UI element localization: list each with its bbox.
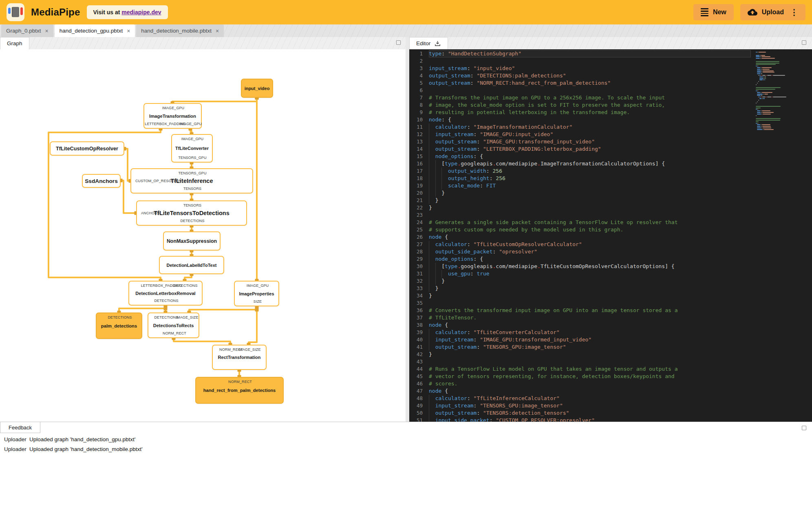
code-line-48[interactable]: 48calculator: "TfLiteInferenceCalculator… — [409, 395, 812, 402]
code-line-13[interactable]: 13output_stream: "IMAGE_GPU:transformed_… — [409, 138, 812, 145]
code-line-50[interactable]: 50output_stream: "TENSORS:detection_tens… — [409, 409, 812, 417]
feedback-message: Uploaded graph 'hand_detection_mobile.pb… — [29, 446, 143, 452]
code-line-8[interactable]: 8# image, the scale_mode option is set t… — [409, 101, 812, 109]
close-tab-icon[interactable]: × — [45, 28, 49, 34]
graph-node-RectTransformation[interactable]: RectTransformationNORM_RECTIMAGE_SIZE — [212, 345, 267, 370]
visit-us-text: Visit us at — [93, 9, 122, 15]
close-tab-icon[interactable]: × — [127, 28, 130, 34]
line-content: node_options: { — [429, 255, 751, 263]
code-line-10[interactable]: 10node: { — [409, 116, 812, 123]
code-line-26[interactable]: 26node { — [409, 233, 812, 241]
graph-expand-panel-icon[interactable] — [396, 40, 401, 45]
code-line-44[interactable]: 44# Runs a TensorFlow Lite model on GPU … — [409, 365, 812, 373]
code-line-31[interactable]: 31use_gpu: true — [409, 270, 812, 277]
line-number: 21 — [409, 197, 429, 204]
file-tab-Graph_0.pbtxt[interactable]: Graph_0.pbtxt× — [1, 24, 53, 37]
code-line-7[interactable]: 7# Transforms the input image on GPU to … — [409, 94, 812, 101]
close-tab-icon[interactable]: × — [216, 28, 219, 34]
code-line-41[interactable]: 41output_stream: "TENSORS_GPU:image_tens… — [409, 343, 812, 351]
mediapipe-dev-link[interactable]: mediapipe.dev — [121, 9, 161, 15]
code-line-1[interactable]: 1type: "HandDetectionSubgraph" — [409, 50, 812, 57]
code-line-40[interactable]: 40input_stream: "IMAGE_GPU:transformed_i… — [409, 336, 812, 343]
code-line-47[interactable]: 47node { — [409, 387, 812, 395]
code-editor[interactable]: 1type: "HandDetectionSubgraph"23input_st… — [409, 49, 812, 422]
new-button[interactable]: New — [693, 4, 734, 20]
code-line-16[interactable]: 16[type.googleapis.com/mediapipe.ImageTr… — [409, 160, 812, 167]
code-line-3[interactable]: 3input_stream: "input_video" — [409, 65, 812, 72]
graph-node-TfLiteTensorsToDetections[interactable]: TfLiteTensorsToDetectionsTENSORSDETECTIO… — [136, 200, 247, 226]
file-tab-hand_detection_gpu.pbtxt[interactable]: hand_detection_gpu.pbtxt× — [55, 24, 135, 37]
code-line-11[interactable]: 11calculator: "ImageTransformationCalcul… — [409, 123, 812, 131]
line-number: 28 — [409, 248, 429, 255]
code-line-46[interactable]: 46# scores. — [409, 380, 812, 387]
code-line-12[interactable]: 12input_stream: "IMAGE_GPU:input_video" — [409, 131, 812, 138]
graph-node-TfLiteConverter[interactable]: TfLiteConverterIMAGE_GPUTENSORS_GPU — [171, 134, 213, 163]
code-line-45[interactable]: 45# vector of tensors representing, for … — [409, 373, 812, 380]
code-line-27[interactable]: 27calculator: "TfLiteCustomOpResolverCal… — [409, 241, 812, 248]
line-number: 18 — [409, 175, 429, 182]
graph-canvas[interactable]: input_videoImageTransformationIMAGE_GPUL… — [0, 49, 406, 422]
editor-expand-panel-icon[interactable] — [802, 40, 806, 45]
code-line-29[interactable]: 29node_options: { — [409, 255, 812, 263]
code-line-42[interactable]: 42} — [409, 351, 812, 358]
graph-node-ImageProperties[interactable]: ImagePropertiesIMAGE_GPUSIZE — [234, 281, 279, 306]
code-line-51[interactable]: 51input_side_packet: "CUSTOM_OP_RESOLVER… — [409, 417, 812, 422]
code-line-15[interactable]: 15node_options: { — [409, 153, 812, 160]
code-line-39[interactable]: 39calculator: "TfLiteConverterCalculator… — [409, 329, 812, 336]
graph-node-DetectionLetterboxRemoval[interactable]: DetectionLetterboxRemovalLETTERBOX_PADDI… — [128, 281, 203, 306]
file-tab-hand_detection_mobile.pbtxt[interactable]: hand_detection_mobile.pbtxt× — [136, 24, 224, 37]
code-line-20[interactable]: 20} — [409, 189, 812, 197]
code-line-25[interactable]: 25# supports custom ops needed by the mo… — [409, 226, 812, 233]
line-number: 4 — [409, 72, 429, 79]
code-line-5[interactable]: 5output_stream: "NORM_RECT:hand_rect_fro… — [409, 79, 812, 87]
code-line-32[interactable]: 32} — [409, 277, 812, 285]
port-label-IMAGE_SIZE: IMAGE_SIZE — [176, 315, 198, 319]
code-line-37[interactable]: 37# TfLiteTensor. — [409, 314, 812, 321]
line-number: 1 — [409, 50, 429, 57]
code-line-43[interactable]: 43 — [409, 358, 812, 365]
code-line-19[interactable]: 19scale_mode: FIT — [409, 182, 812, 189]
code-line-4[interactable]: 4output_stream: "DETECTIONS:palm_detecti… — [409, 72, 812, 79]
editor-minimap[interactable] — [756, 52, 795, 131]
code-line-34[interactable]: 34} — [409, 292, 812, 299]
code-line-30[interactable]: 30[type.googleapis.com/mediapipe.TfLiteC… — [409, 263, 812, 270]
line-content — [429, 57, 751, 65]
graph-node-DetectionsToRects[interactable]: DetectionsToRectsDETECTIONSIMAGE_SIZENOR… — [148, 312, 199, 338]
editor-tab[interactable]: Editor — [409, 37, 448, 49]
graph-node-palm_detections[interactable]: palm_detectionsDETECTIONS — [96, 312, 142, 339]
code-line-36[interactable]: 36# Converts the transformed input image… — [409, 307, 812, 314]
download-icon[interactable] — [434, 40, 441, 47]
graph-node-ImageTransformation[interactable]: ImageTransformationIMAGE_GPULETTERBOX_PA… — [143, 103, 202, 129]
code-line-24[interactable]: 24# Generates a single side packet conta… — [409, 219, 812, 226]
code-line-6[interactable]: 6 — [409, 87, 812, 94]
code-line-17[interactable]: 17output_width: 256 — [409, 167, 812, 175]
code-line-22[interactable]: 22} — [409, 204, 812, 211]
code-line-35[interactable]: 35 — [409, 299, 812, 307]
code-line-14[interactable]: 14output_stream: "LETTERBOX_PADDING:lett… — [409, 145, 812, 153]
code-line-23[interactable]: 23 — [409, 211, 812, 219]
line-content: # resulting in potential letterboxing in… — [429, 109, 751, 116]
upload-button[interactable]: Upload ⋮ — [740, 4, 805, 20]
graph-tab[interactable]: Graph — [0, 37, 29, 49]
graph-node-hand_rect_from_palm_detections[interactable]: hand_rect_from_palm_detectionsNORM_RECT — [195, 377, 284, 404]
code-line-49[interactable]: 49input_stream: "TENSORS_GPU:image_tenso… — [409, 402, 812, 409]
graph-node-NonMaxSuppression[interactable]: NonMaxSuppression — [163, 231, 221, 251]
port-label-TENSORS_GPU: TENSORS_GPU — [178, 156, 206, 160]
code-line-28[interactable]: 28output_side_packet: "opresolver" — [409, 248, 812, 255]
code-line-21[interactable]: 21} — [409, 197, 812, 204]
port-label-IMAGE_GPU: IMAGE_GPU — [162, 106, 184, 110]
port-label-IMAGE_GPU: IMAGE_GPU — [180, 122, 202, 126]
graph-node-input_video[interactable]: input_video — [241, 79, 273, 98]
graph-node-DetectionLabelIdToText[interactable]: DetectionLabelIdToText — [159, 256, 224, 274]
code-line-33[interactable]: 33} — [409, 285, 812, 292]
graph-node-TfLiteCustomOpResolver[interactable]: TfLiteCustomOpResolver — [50, 141, 124, 156]
feedback-tab[interactable]: Feedback — [0, 422, 40, 433]
code-line-2[interactable]: 2 — [409, 57, 812, 65]
code-line-38[interactable]: 38node { — [409, 321, 812, 329]
code-line-9[interactable]: 9# resulting in potential letterboxing i… — [409, 109, 812, 116]
feedback-expand-panel-icon[interactable] — [802, 426, 806, 430]
graph-node-SsdAnchors[interactable]: SsdAnchors — [82, 174, 121, 188]
graph-node-TfLiteInference[interactable]: TfLiteInferenceTENSORS_GPUTENSORSCUSTOM_… — [130, 168, 253, 194]
code-line-18[interactable]: 18output_height: 256 — [409, 175, 812, 182]
more-options-icon[interactable]: ⋮ — [790, 7, 798, 17]
